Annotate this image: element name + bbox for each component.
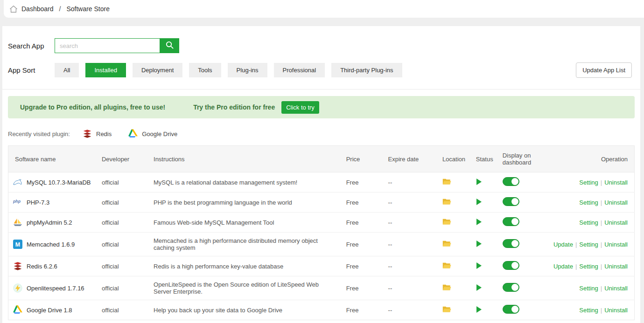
uninstall-link[interactable]: Uninstall bbox=[604, 285, 628, 292]
expire-date-cell: -- bbox=[384, 276, 438, 300]
open-location-button[interactable] bbox=[442, 284, 451, 293]
folder-icon bbox=[442, 198, 451, 207]
sort-tab-deployment[interactable]: Deployment bbox=[133, 63, 182, 77]
expire-date-cell: -- bbox=[384, 213, 438, 233]
redis-icon bbox=[83, 129, 92, 138]
sort-tab-third-party-plug-ins[interactable]: Third-party Plug-ins bbox=[331, 63, 402, 77]
expire-date-cell: -- bbox=[384, 256, 438, 276]
section-divider bbox=[2, 89, 640, 89]
operation-separator: | bbox=[601, 219, 602, 226]
sort-tab-all[interactable]: All bbox=[55, 63, 79, 77]
app-sort-tabs: All Installed Deployment Tools Plug-ins … bbox=[55, 63, 402, 77]
toggle-knob bbox=[511, 198, 518, 205]
operation-cell: Setting|Uninstall bbox=[549, 276, 635, 300]
update-link[interactable]: Update bbox=[553, 263, 573, 270]
software-name: Openlitespeed 1.7.16 bbox=[27, 285, 84, 292]
pro-upgrade-banner: Upgrade to Pro edition, all plugins, fre… bbox=[8, 96, 635, 118]
software-table: Software name Developer Instructions Pri… bbox=[8, 145, 635, 320]
mysql-icon bbox=[13, 178, 22, 187]
display-on-dashboard-toggle[interactable] bbox=[503, 305, 519, 314]
status-running-button[interactable] bbox=[476, 241, 482, 248]
operation-separator: | bbox=[601, 199, 602, 206]
open-location-button[interactable] bbox=[442, 198, 451, 207]
breadcrumb-dashboard-link[interactable]: Dashboard bbox=[21, 5, 54, 13]
play-icon bbox=[476, 179, 482, 186]
recent-plugin-google-drive[interactable]: Google Drive bbox=[128, 129, 177, 138]
recent-plugin-redis[interactable]: Redis bbox=[83, 129, 112, 138]
sort-tab-plug-ins[interactable]: Plug-ins bbox=[228, 63, 267, 77]
developer-cell: official bbox=[97, 192, 149, 213]
uninstall-link[interactable]: Uninstall bbox=[604, 241, 628, 248]
setting-link[interactable]: Setting bbox=[579, 219, 598, 226]
status-running-button[interactable] bbox=[476, 199, 482, 206]
sort-tab-tools[interactable]: Tools bbox=[189, 63, 221, 77]
instructions-cell: Help you back up your site data to Googl… bbox=[149, 300, 342, 320]
software-name: phpMyAdmin 5.2 bbox=[27, 219, 72, 226]
col-developer: Developer bbox=[97, 146, 149, 172]
banner-subtext: Try the Pro edition for free bbox=[193, 103, 275, 111]
uninstall-link[interactable]: Uninstall bbox=[604, 263, 628, 270]
sort-tab-installed[interactable]: Installed bbox=[85, 63, 126, 77]
col-instructions: Instructions bbox=[149, 146, 342, 172]
toggle-knob bbox=[511, 240, 518, 247]
status-running-button[interactable] bbox=[476, 306, 482, 314]
price-cell: Free bbox=[342, 213, 384, 233]
col-location: Location bbox=[438, 146, 471, 172]
open-location-button[interactable] bbox=[442, 218, 451, 227]
software-name: PHP-7.3 bbox=[27, 199, 49, 206]
setting-link[interactable]: Setting bbox=[579, 241, 598, 248]
folder-icon bbox=[442, 240, 451, 249]
setting-link[interactable]: Setting bbox=[579, 307, 598, 314]
folder-icon bbox=[442, 218, 451, 227]
open-location-button[interactable] bbox=[442, 240, 451, 249]
uninstall-link[interactable]: Uninstall bbox=[604, 307, 628, 314]
display-on-dashboard-toggle[interactable] bbox=[503, 197, 519, 206]
uninstall-link[interactable]: Uninstall bbox=[604, 219, 628, 226]
click-to-try-button[interactable]: Click to try bbox=[281, 101, 319, 114]
search-button[interactable] bbox=[160, 38, 179, 53]
software-store-panel: Search App App Sort All Installed Deploy… bbox=[2, 26, 640, 323]
app-sort-label: App Sort bbox=[8, 66, 55, 74]
table-row: php PHP-7.3 official PHP is the best pro… bbox=[8, 192, 635, 213]
col-status: Status bbox=[471, 146, 498, 172]
price-cell: Free bbox=[342, 300, 384, 320]
recently-visited-row: Recently visited plugin: Redis Google Dr… bbox=[8, 124, 635, 144]
setting-link[interactable]: Setting bbox=[579, 179, 598, 186]
svg-text:php: php bbox=[13, 199, 21, 204]
update-link[interactable]: Update bbox=[553, 241, 573, 248]
price-cell: Free bbox=[342, 172, 384, 192]
operation-cell: Setting|Uninstall bbox=[549, 172, 635, 192]
setting-link[interactable]: Setting bbox=[579, 199, 598, 206]
display-on-dashboard-toggle[interactable] bbox=[503, 217, 519, 226]
toggle-knob bbox=[511, 218, 518, 225]
update-app-list-button[interactable]: Update App List bbox=[576, 62, 632, 78]
status-running-button[interactable] bbox=[476, 179, 482, 186]
setting-link[interactable]: Setting bbox=[579, 263, 598, 270]
uninstall-link[interactable]: Uninstall bbox=[604, 199, 628, 206]
home-icon[interactable] bbox=[9, 5, 18, 13]
expire-date-cell: -- bbox=[384, 300, 438, 320]
developer-cell: official bbox=[97, 233, 149, 256]
display-on-dashboard-toggle[interactable] bbox=[503, 177, 519, 186]
memcached-icon: M bbox=[13, 240, 22, 249]
status-running-button[interactable] bbox=[476, 262, 482, 270]
col-software-name: Software name bbox=[8, 146, 97, 172]
display-on-dashboard-toggle[interactable] bbox=[503, 261, 519, 270]
status-running-button[interactable] bbox=[476, 284, 482, 292]
open-location-button[interactable] bbox=[442, 262, 451, 271]
folder-icon bbox=[442, 306, 451, 315]
open-location-button[interactable] bbox=[442, 178, 451, 187]
redis-icon bbox=[13, 261, 22, 271]
table-row: phpMyAdmin 5.2 official Famous Web-side … bbox=[8, 213, 635, 233]
open-location-button[interactable] bbox=[442, 306, 451, 315]
display-on-dashboard-toggle[interactable] bbox=[503, 283, 519, 292]
uninstall-link[interactable]: Uninstall bbox=[604, 179, 628, 186]
banner-headline: Upgrade to Pro edition, all plugins, fre… bbox=[20, 103, 165, 111]
display-on-dashboard-toggle[interactable] bbox=[503, 239, 519, 248]
search-input[interactable] bbox=[55, 38, 160, 53]
sort-tab-professional[interactable]: Professional bbox=[274, 63, 325, 77]
status-running-button[interactable] bbox=[476, 219, 482, 227]
developer-cell: official bbox=[97, 300, 149, 320]
setting-link[interactable]: Setting bbox=[579, 285, 598, 292]
operation-cell: Setting|Uninstall bbox=[549, 300, 635, 320]
